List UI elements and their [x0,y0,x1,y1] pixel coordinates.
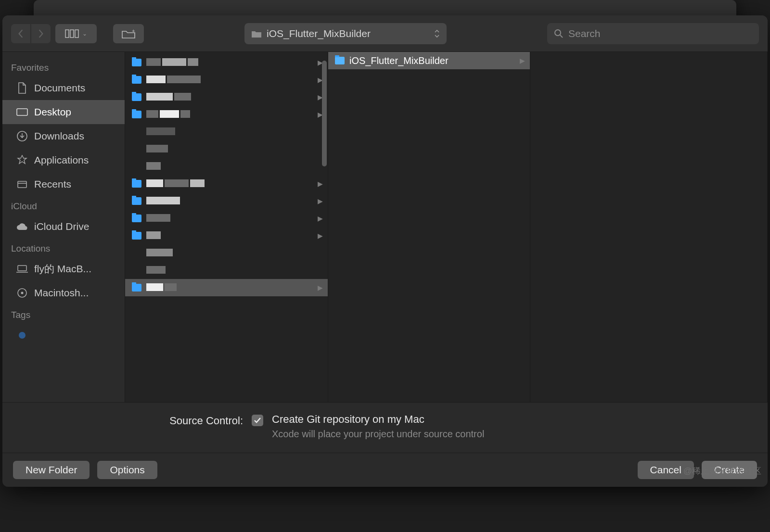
cloud-icon [16,220,28,233]
view-mode-button[interactable]: ⌄ [55,24,97,43]
recents-icon [16,178,28,190]
sheet-bottom-bar: New Folder Options Cancel Create [2,453,768,487]
new-folder-button[interactable]: New Folder [13,461,90,479]
list-item[interactable]: ▶ [125,279,328,296]
sidebar-item-label: Macintosh... [34,287,89,299]
disk-icon [16,287,28,299]
chevron-right-icon: ▶ [520,57,525,64]
sidebar-item-label: Applications [34,154,89,166]
document-icon [16,82,28,94]
source-control-text: Create Git repository on my Mac Xcode wi… [272,413,484,440]
new-folder-toolbar-button[interactable]: + [113,24,144,43]
list-item[interactable]: ▶ [125,227,328,244]
list-item-selected[interactable]: iOS_Flutter_MixBuilder ▶ [328,52,530,69]
downloads-icon [16,130,28,142]
applications-icon [16,154,28,166]
list-item[interactable]: ▶ [125,89,328,106]
sidebar-item-label: iCloud Drive [34,221,89,232]
svg-line-5 [560,35,563,38]
folder-icon [132,180,141,188]
save-sheet: ⌄ + iOS_Flutter_MixBuilder Search Favori… [2,15,768,487]
watermark: @稀土掘金技术社区 [683,465,761,477]
folder-icon [132,232,141,240]
svg-point-4 [555,30,561,36]
svg-rect-8 [18,181,26,188]
git-checkbox-label: Create Git repository on my Mac [272,413,484,426]
folder-icon [132,93,141,101]
sidebar: Favorites Documents Desktop Downloads Ap… [2,52,125,402]
scrollbar[interactable] [321,56,327,398]
sidebar-item-macintosh-hd[interactable]: Macintosh... [2,281,125,305]
sidebar-section-icloud: iCloud [2,196,125,215]
file-browser: Favorites Documents Desktop Downloads Ap… [2,52,768,403]
svg-rect-1 [70,30,74,38]
svg-point-13 [21,292,24,294]
folder-icon [335,57,345,64]
folder-label: iOS_Flutter_MixBuilder [349,55,449,66]
browser-column-2[interactable]: iOS_Flutter_MixBuilder ▶ [328,52,530,402]
sidebar-section-favorites: Favorites [2,58,125,76]
sidebar-item-downloads[interactable]: Downloads [2,124,125,148]
source-control-row: Source Control: Create Git repository on… [2,403,768,453]
svg-rect-6 [17,109,27,115]
list-item[interactable] [125,262,328,279]
svg-rect-2 [75,30,78,38]
toolbar: ⌄ + iOS_Flutter_MixBuilder Search [2,15,768,52]
list-item[interactable]: ▶ [125,175,328,192]
sidebar-item-recents[interactable]: Recents [2,172,125,196]
search-placeholder: Search [568,28,601,39]
sidebar-section-locations: Locations [2,239,125,257]
sidebar-item-label: Documents [34,82,85,94]
list-item[interactable]: ▶ [125,210,328,227]
folder-icon [132,284,141,291]
browser-column-1[interactable]: ▶ ▶ ▶ ▶ ▶ ▶ ▶ ▶ ▶ [125,52,328,402]
list-item[interactable] [125,244,328,262]
sidebar-item-desktop[interactable]: Desktop [2,100,125,124]
sidebar-item-label: Desktop [34,106,71,118]
list-item[interactable] [125,158,328,175]
sidebar-item-label: fly的 MacB... [34,262,91,276]
folder-icon [132,215,141,222]
folder-icon [251,29,262,38]
laptop-icon [16,263,28,275]
back-button[interactable] [11,24,30,43]
forward-button[interactable] [31,24,51,43]
options-button[interactable]: Options [97,461,157,479]
sidebar-item-documents[interactable]: Documents [2,76,125,100]
sidebar-section-tags: Tags [2,305,125,323]
list-item[interactable]: ▶ [125,54,328,71]
chevron-up-down-icon [434,29,440,38]
path-popup[interactable]: iOS_Flutter_MixBuilder [244,23,447,44]
sidebar-item-icloud-drive[interactable]: iCloud Drive [2,215,125,239]
sidebar-item-macbook[interactable]: fly的 MacB... [2,257,125,281]
list-item[interactable]: ▶ [125,71,328,89]
source-control-label: Source Control: [17,413,243,427]
list-item[interactable]: ▶ [125,106,328,123]
svg-text:+: + [132,28,135,34]
folder-icon [132,197,141,205]
source-control-subtext: Xcode will place your project under sour… [272,429,484,440]
list-item[interactable] [125,140,328,158]
search-icon [554,29,564,38]
git-checkbox[interactable] [252,415,263,426]
sidebar-item-label: Downloads [34,130,84,142]
sidebar-item-applications[interactable]: Applications [2,148,125,172]
path-label: iOS_Flutter_MixBuilder [267,28,371,39]
svg-rect-10 [18,266,26,271]
folder-icon [132,76,141,84]
folder-icon [132,59,141,66]
list-item[interactable]: ▶ [125,192,328,210]
tag-dot-icon [16,329,28,342]
svg-rect-0 [65,30,69,38]
sidebar-item-tag[interactable] [2,323,125,347]
desktop-icon [16,106,28,118]
folder-icon [132,111,141,118]
list-item[interactable] [125,123,328,140]
sidebar-item-label: Recents [34,178,71,190]
browser-column-3[interactable] [530,52,768,402]
search-field[interactable]: Search [547,23,759,44]
nav-back-forward [11,24,51,43]
